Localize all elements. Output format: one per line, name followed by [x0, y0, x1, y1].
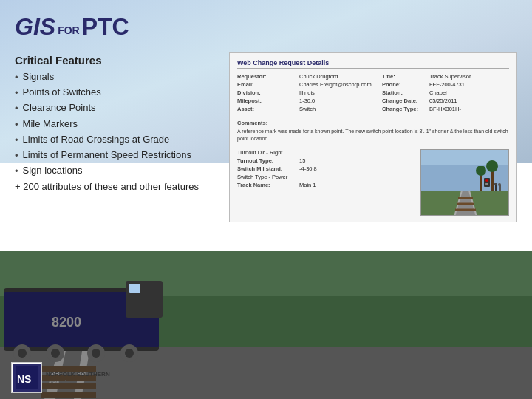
milepost-value: 1-30.0	[299, 98, 379, 104]
svg-point-36	[486, 160, 498, 172]
turnout-type-value: 15	[299, 157, 305, 164]
switch-hand-row: Switch Mil stand: -4-30.8	[237, 166, 415, 172]
title-gis: GIS	[15, 13, 55, 41]
title-for: FOR	[58, 24, 80, 36]
asset-value: Switch	[299, 106, 379, 112]
svg-point-39	[485, 183, 488, 185]
ns-logo-svg: NS	[16, 366, 38, 389]
ns-logo-inner: NS	[13, 364, 41, 392]
turnout-dir-value: Turnout Dir - Right	[237, 149, 282, 156]
list-item: •Mile Markers	[15, 118, 229, 132]
left-content: Critical Features •Signals •Points of Sw…	[15, 52, 229, 192]
turnout-dir-row: Turnout Dir - Right	[237, 149, 415, 156]
bullet-icon: •	[15, 134, 18, 147]
bottom-info: Turnout Dir - Right Turnout Type: 15 Swi…	[237, 149, 509, 216]
bullet-icon: •	[15, 165, 18, 178]
title-ptc: PTC	[82, 13, 129, 41]
turnout-type-row: Turnout Type: 15	[237, 157, 415, 164]
asset-label: Asset:	[237, 106, 296, 112]
main-content: GIS FOR PTC Critical Features •Signals •…	[0, 0, 532, 399]
svg-rect-42	[499, 185, 501, 191]
bullet-icon: •	[15, 71, 18, 84]
requestor-value: Chuck Drugford	[299, 73, 379, 80]
email-value: Charles.Freight@nscorp.com	[299, 81, 379, 88]
svg-text:NS: NS	[17, 373, 31, 385]
svg-point-34	[476, 166, 486, 176]
division-value: Illinois	[299, 89, 379, 96]
phone-label: Phone:	[382, 81, 426, 88]
list-item: •Clearance Points	[15, 102, 229, 115]
email-label: Email:	[237, 81, 296, 88]
plus-line: + 200 attributes of these and other feat…	[15, 181, 229, 192]
comments-label: Comments:	[237, 120, 267, 126]
station-label: Station:	[382, 89, 426, 96]
list-item: •Limits of Road Crossings at Grade	[15, 134, 229, 147]
track-photo	[420, 149, 509, 216]
right-panel: Web Change Request Details Requestor: Ch…	[229, 52, 517, 228]
svg-rect-40	[495, 185, 497, 191]
wcr-separator	[237, 146, 509, 146]
list-item: •Points of Switches	[15, 86, 229, 100]
ns-company-name: NORFOLK SOUTHERN	[46, 371, 110, 378]
switch-type-row: Switch Type - Power	[237, 174, 415, 180]
bullet-icon: •	[15, 102, 18, 115]
phone-value: FFF-200-4731	[429, 81, 509, 88]
bullet-icon: •	[15, 118, 18, 132]
change-type-value: BF-HX301H-	[429, 106, 509, 112]
wcr-box: Web Change Request Details Requestor: Ch…	[229, 52, 517, 222]
switch-hand-value: -4-30.8	[299, 166, 317, 172]
bullet-list: •Signals •Points of Switches •Clearance …	[15, 71, 229, 178]
comments-text: A reference mark was made for a known po…	[237, 128, 509, 143]
title-label: Title:	[382, 73, 426, 80]
change-date-label: Change Date:	[382, 98, 426, 104]
svg-point-43	[498, 183, 501, 186]
list-item: •Signals	[15, 71, 229, 84]
info-left: Turnout Dir - Right Turnout Type: 15 Swi…	[237, 149, 415, 216]
critical-features-title: Critical Features	[15, 54, 229, 66]
bullet-icon: •	[15, 149, 18, 163]
station-value: Chapel	[429, 89, 509, 96]
list-item: •Sign locations	[15, 165, 229, 178]
svg-point-38	[485, 179, 488, 182]
requestor-label: Requestor:	[237, 73, 296, 80]
bullet-icon: •	[15, 86, 18, 100]
list-item: •Limits of Permanent Speed Restrictions	[15, 149, 229, 163]
wcr-comments: Comments: A reference mark was made for …	[237, 117, 509, 143]
switch-hand-label: Switch Mil stand:	[237, 166, 296, 172]
ns-logo-area: NS NORFOLK SOUTHERN Internal	[11, 362, 110, 393]
track-name-row: Track Name: Main 1	[237, 182, 415, 188]
ns-logo-box: NS	[11, 362, 42, 393]
wcr-fields-grid: Requestor: Chuck Drugford Title: Track S…	[237, 73, 509, 112]
division-label: Division:	[237, 89, 296, 96]
milepost-label: Milepost:	[237, 98, 296, 104]
track-photo-svg	[421, 150, 509, 216]
title-value: Track Supervisor	[429, 73, 509, 80]
switch-type-value: Switch Type - Power	[237, 174, 287, 180]
svg-point-41	[494, 183, 497, 185]
wcr-title: Web Change Request Details	[237, 59, 509, 69]
change-type-label: Change Type:	[382, 106, 426, 112]
turnout-type-label: Turnout Type:	[237, 157, 296, 164]
internal-label: Internal	[46, 378, 110, 385]
track-name-value: Main 1	[299, 182, 316, 188]
change-date-value: 05/25/2011	[429, 98, 509, 104]
title-area: GIS FOR PTC	[15, 13, 517, 41]
track-name-label: Track Name:	[237, 182, 296, 188]
